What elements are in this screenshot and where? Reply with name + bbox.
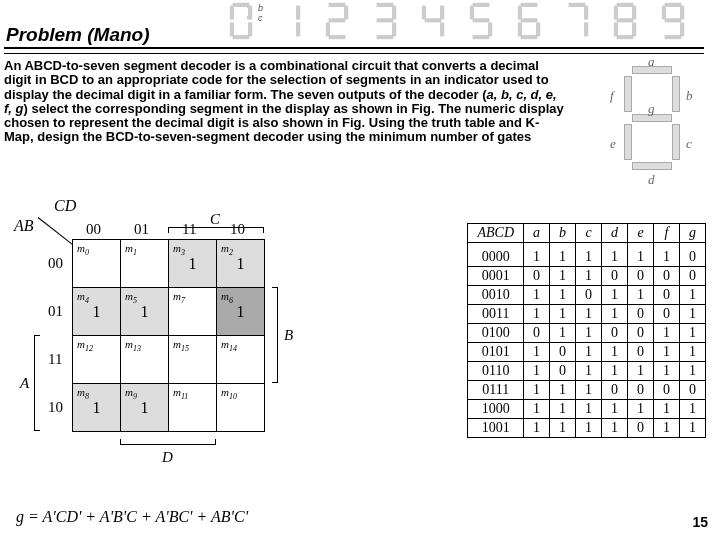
truth-header: ABCD xyxy=(468,224,524,243)
kmap-cell: m41 xyxy=(73,288,121,336)
svg-rect-30 xyxy=(518,22,522,36)
svg-rect-14 xyxy=(392,6,396,20)
kmap-row-header: 11 xyxy=(48,351,62,368)
svg-rect-1 xyxy=(230,6,234,20)
kmap-cell: m81 xyxy=(73,384,121,432)
svg-rect-16 xyxy=(392,22,396,36)
seg-c-icon xyxy=(672,124,680,160)
svg-rect-4 xyxy=(248,22,252,36)
svg-rect-10 xyxy=(329,18,346,22)
svg-rect-2 xyxy=(248,6,252,20)
svg-rect-41 xyxy=(632,22,636,36)
digit-0-icon xyxy=(220,0,262,42)
table-row: 00111111001 xyxy=(468,305,706,324)
svg-rect-11 xyxy=(326,22,330,36)
kmap-cell: m0 xyxy=(73,240,121,288)
kmap-row-header: 00 xyxy=(48,255,63,272)
svg-rect-31 xyxy=(536,22,540,36)
svg-rect-6 xyxy=(296,6,300,20)
kmap-label-c: C xyxy=(210,211,220,228)
desc-part-1: An ABCD-to-seven segment decoder is a co… xyxy=(4,58,549,102)
kmap-cell: m1 xyxy=(121,240,169,288)
svg-rect-38 xyxy=(632,6,636,20)
kmap-cell: m61 xyxy=(217,288,265,336)
svg-rect-9 xyxy=(344,6,348,20)
svg-rect-17 xyxy=(377,35,394,39)
svg-rect-8 xyxy=(329,3,346,7)
svg-rect-23 xyxy=(470,6,474,20)
truth-header: g xyxy=(680,224,706,243)
kmap-cell: m11 xyxy=(169,384,217,432)
kmap-label-d: D xyxy=(162,449,173,466)
kmap-bracket-d xyxy=(120,439,216,445)
seg-f-label: f xyxy=(610,88,614,104)
seg-g-label: g xyxy=(648,101,655,117)
kmap-row-header: 01 xyxy=(48,303,63,320)
svg-rect-12 xyxy=(329,35,346,39)
svg-rect-28 xyxy=(518,6,522,20)
table-row: 10001111111 xyxy=(468,400,706,419)
seven-segment-layout-figure: a b c d e f g xyxy=(602,58,712,188)
svg-rect-33 xyxy=(569,3,586,7)
digit-9-icon xyxy=(652,0,694,42)
table-row: 01111110000 xyxy=(468,381,706,400)
svg-rect-34 xyxy=(584,6,588,20)
rule-thick xyxy=(4,47,704,49)
svg-rect-39 xyxy=(617,18,634,22)
boolean-equation: g = A'CD' + A'B'C + A'BC' + AB'C' xyxy=(16,508,248,526)
svg-rect-22 xyxy=(473,3,490,7)
svg-rect-18 xyxy=(422,6,426,20)
seg-d-icon xyxy=(632,162,672,170)
table-row: 10011111011 xyxy=(468,419,706,438)
digit-4-icon xyxy=(412,0,454,42)
seg-e-icon xyxy=(624,124,632,160)
kmap-label-b: B xyxy=(284,327,293,344)
svg-rect-15 xyxy=(377,18,394,22)
kmap-cell: m13 xyxy=(121,336,169,384)
kmap-row-var-label: AB xyxy=(14,217,34,235)
kmap-cell: m15 xyxy=(169,336,217,384)
seg-d-label: d xyxy=(648,172,655,188)
svg-rect-21 xyxy=(440,22,444,36)
kmap-row-header: 10 xyxy=(48,399,63,416)
digit-1-icon xyxy=(268,0,310,42)
page-number: 15 xyxy=(692,514,708,530)
seg-f-icon xyxy=(624,76,632,112)
rule-thin xyxy=(4,53,704,54)
truth-header: c xyxy=(576,224,602,243)
kmap-bracket-a xyxy=(34,335,40,431)
svg-rect-36 xyxy=(617,3,634,7)
kmap-col-header: 00 xyxy=(86,221,101,238)
svg-rect-24 xyxy=(473,18,490,22)
svg-rect-37 xyxy=(614,6,618,20)
digit-2-icon xyxy=(316,0,358,42)
svg-rect-5 xyxy=(233,35,250,39)
kmap-col-var-label: CD xyxy=(54,197,76,215)
svg-rect-26 xyxy=(473,35,490,39)
digit-5-icon xyxy=(460,0,502,42)
table-row: 01101011111 xyxy=(468,362,706,381)
svg-rect-13 xyxy=(377,3,394,7)
truth-header: a xyxy=(524,224,550,243)
seg-b-icon xyxy=(672,76,680,112)
svg-rect-32 xyxy=(521,35,538,39)
table-row: 00010110000 xyxy=(468,267,706,286)
truth-header: d xyxy=(602,224,628,243)
title-area: Problem (Mano) b c xyxy=(0,0,720,48)
truth-header: b xyxy=(550,224,576,243)
kmap-cell: m12 xyxy=(73,336,121,384)
svg-rect-19 xyxy=(440,6,444,20)
kmap-diagonal-line xyxy=(38,217,76,255)
kmap-cell: m51 xyxy=(121,288,169,336)
table-row: 01000110011 xyxy=(468,324,706,343)
svg-rect-29 xyxy=(521,18,538,22)
kmap-cell: m10 xyxy=(217,384,265,432)
seg-c-label: c xyxy=(686,136,692,152)
svg-rect-40 xyxy=(614,22,618,36)
svg-rect-48 xyxy=(665,35,682,39)
kmap-label-a: A xyxy=(20,375,29,392)
kmap-cell: m91 xyxy=(121,384,169,432)
seg-a-label: a xyxy=(648,54,655,70)
svg-rect-0 xyxy=(233,3,250,7)
kmap-cell: m31 xyxy=(169,240,217,288)
